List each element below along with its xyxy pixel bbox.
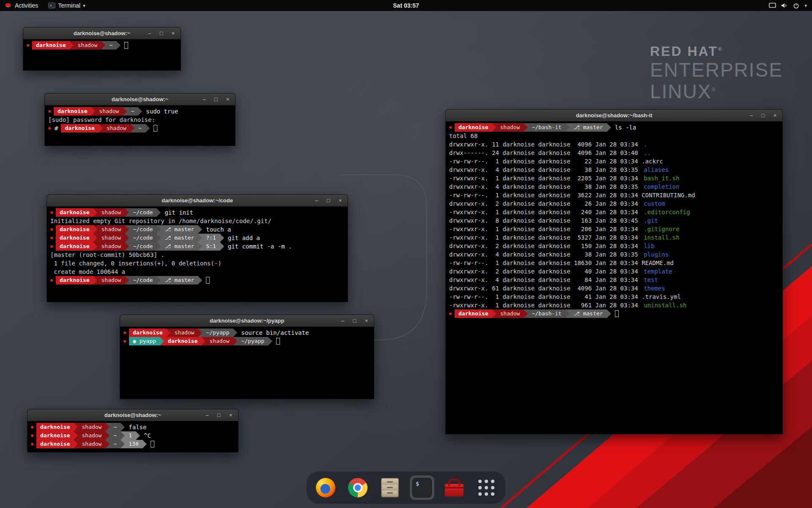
terminal-line: drwxrwxr-x. 2 darknoise darknoise 26 Jan… bbox=[447, 199, 781, 208]
powerline-separator bbox=[524, 123, 528, 132]
display-icon bbox=[769, 3, 776, 8]
powerline-separator bbox=[156, 276, 161, 284]
dock-terminal-icon[interactable]: $ bbox=[410, 475, 434, 500]
toolbox-icon bbox=[445, 484, 464, 497]
window-titlebar[interactable]: darknoise@shadow:~/bash-it – □ × bbox=[446, 110, 782, 121]
output-text: -rwxrwxr-x. 1 darknoise darknoise 5327 J… bbox=[447, 233, 642, 242]
terminal-line: ●darknoiseshadow~false bbox=[29, 423, 237, 431]
close-button[interactable]: × bbox=[772, 110, 778, 121]
activities-button[interactable]: Activities bbox=[0, 0, 43, 11]
maximize-button[interactable]: □ bbox=[213, 94, 219, 105]
output-text: drwxrwxr-x. 4 darknoise darknoise 84 Jan… bbox=[447, 276, 642, 284]
redhat-prompt-icon: ● bbox=[25, 41, 32, 50]
dock-files-icon[interactable] bbox=[378, 475, 402, 500]
terminal-line: drwxrwxr-x. 4 darknoise darknoise 38 Jan… bbox=[447, 250, 781, 259]
window-titlebar[interactable]: darknoise@shadow:~/code – □ × bbox=[47, 195, 348, 207]
minimize-button[interactable]: – bbox=[340, 315, 346, 326]
powerline-separator bbox=[93, 276, 97, 284]
terminal-line: drwxrwxr-x. 61 darknoise darknoise 4096 … bbox=[447, 284, 781, 293]
terminal-content[interactable]: ●darknoiseshadow~ bbox=[23, 39, 181, 51]
terminal-window-exitcodes[interactable]: darknoise@shadow:~ – □ × ●darknoiseshado… bbox=[27, 409, 239, 453]
app-menu-terminal[interactable]: >_ Terminal ▾ bbox=[43, 0, 90, 11]
powerline-separator bbox=[105, 431, 110, 440]
dock-appgrid-icon[interactable] bbox=[474, 475, 499, 500]
powerline-separator bbox=[524, 309, 528, 318]
powerline-separator bbox=[198, 276, 202, 284]
close-button[interactable]: × bbox=[225, 94, 230, 105]
minimize-button[interactable]: – bbox=[204, 410, 210, 421]
drawer-shape bbox=[382, 491, 398, 496]
terminal-window-pyapp[interactable]: darknoise@shadow:~/pyapp – □ × ●darknois… bbox=[120, 315, 374, 399]
powerline-separator bbox=[156, 234, 161, 242]
powerline-separator bbox=[198, 329, 202, 337]
terminal-content[interactable]: ●darknoiseshadow~sudo true[sudo] passwor… bbox=[45, 105, 235, 134]
powerline-separator bbox=[125, 242, 129, 251]
powerline-separator bbox=[121, 431, 125, 440]
prompt-segment-user: darknoise bbox=[56, 242, 93, 251]
window-titlebar[interactable]: darknoise@shadow:~ – □ × bbox=[45, 94, 235, 105]
dock-toolbox-icon[interactable] bbox=[442, 475, 466, 500]
system-status-menu[interactable]: ▾ bbox=[769, 0, 812, 11]
prompt-segment-host: shadow bbox=[103, 124, 130, 133]
terminal-window-code[interactable]: darknoise@shadow:~/code – □ × ●darknoise… bbox=[47, 194, 348, 302]
terminal-icon: $ bbox=[412, 478, 432, 497]
close-button[interactable]: × bbox=[364, 315, 369, 326]
dock-firefox-icon[interactable] bbox=[313, 475, 338, 500]
command-text: source bin/activate bbox=[237, 329, 309, 337]
minimize-button[interactable]: – bbox=[147, 28, 152, 39]
terminal-content[interactable]: ●darknoiseshadow~false●darknoiseshadow~1… bbox=[27, 421, 238, 450]
maximize-button[interactable]: □ bbox=[760, 110, 766, 121]
redhat-prompt-icon: ● bbox=[447, 123, 455, 132]
terminal-content[interactable]: ●darknoiseshadow~/codegit initInitialize… bbox=[47, 207, 348, 286]
terminal-line: [master (root-commit) 50bcb63] . bbox=[48, 251, 346, 259]
terminal-line: ●darknoiseshadow~/codegit init bbox=[48, 208, 346, 217]
prompt-segment-host: shadow bbox=[496, 309, 524, 318]
prompt-segment-path: ~/code bbox=[129, 208, 156, 217]
terminal-line: drwxrwxr-x. 4 darknoise darknoise 38 Jan… bbox=[447, 182, 781, 191]
prompt-segment-branch: ⎇ master bbox=[161, 234, 198, 242]
maximize-button[interactable]: □ bbox=[352, 315, 357, 326]
dock: $ bbox=[307, 472, 505, 504]
window-titlebar[interactable]: darknoise@shadow:~ – □ × bbox=[27, 409, 238, 421]
desktop: { "topbar": { "activities_label": "Activ… bbox=[0, 0, 812, 508]
clock[interactable]: Sat 03:57 bbox=[393, 2, 419, 9]
terminal-app-icon: >_ bbox=[48, 3, 55, 8]
prompt-segment-user: darknoise bbox=[54, 107, 91, 116]
close-button[interactable]: × bbox=[337, 195, 343, 206]
minimize-button[interactable]: – bbox=[749, 110, 754, 121]
directory-name: lib bbox=[642, 242, 654, 250]
terminal-line: ●darknoiseshadow~/pyappsource bin/activa… bbox=[121, 329, 373, 337]
terminal-window-sudo[interactable]: darknoise@shadow:~ – □ × ●darknoiseshado… bbox=[44, 93, 236, 146]
dock-chrome-icon[interactable] bbox=[346, 475, 370, 500]
terminal-line: -rw-rw-r--. 1 darknoise darknoise 41 Jan… bbox=[447, 293, 781, 301]
directory-name: template bbox=[642, 267, 672, 276]
maximize-button[interactable]: □ bbox=[326, 195, 331, 206]
terminal-line: -rw-rw-r--. 1 darknoise darknoise 18630 … bbox=[447, 259, 781, 267]
terminal-line: total 68 bbox=[447, 132, 781, 140]
redhat-prompt-icon: ● bbox=[46, 107, 54, 116]
maximize-button[interactable]: □ bbox=[159, 28, 164, 39]
terminal-content[interactable]: ●darknoiseshadow~/pyappsource bin/activa… bbox=[120, 327, 374, 347]
terminal-window-home-small[interactable]: darknoise@shadow:~ – □ × ●darknoiseshado… bbox=[23, 27, 181, 71]
prompt-segment-user: darknoise bbox=[56, 208, 93, 217]
branding-linux: LINUX® bbox=[650, 81, 783, 103]
directory-name: .git bbox=[642, 216, 658, 225]
prompt-segment-path: ~ bbox=[127, 107, 138, 116]
terminal-cursor bbox=[276, 338, 280, 345]
executable-name: install.sh bbox=[642, 233, 679, 242]
maximize-button[interactable]: □ bbox=[216, 410, 222, 421]
terminal-window-bash-it[interactable]: darknoise@shadow:~/bash-it – □ × ●darkno… bbox=[445, 109, 783, 434]
window-titlebar[interactable]: darknoise@shadow:~ – □ × bbox=[23, 28, 181, 39]
directory-name: . bbox=[642, 140, 647, 149]
window-titlebar[interactable]: darknoise@shadow:~/pyapp – □ × bbox=[120, 315, 374, 327]
close-button[interactable]: × bbox=[228, 410, 233, 421]
minimize-button[interactable]: – bbox=[314, 195, 319, 206]
branding-enterprise: ENTERPRISE bbox=[650, 59, 783, 81]
registered-mark: ® bbox=[711, 87, 716, 93]
terminal-content[interactable]: ●darknoiseshadow~/bash-it⎇ masterls -lat… bbox=[446, 121, 782, 320]
close-button[interactable]: × bbox=[170, 28, 176, 39]
prompt-segment-host: shadow bbox=[97, 234, 125, 242]
terminal-line: ●darknoiseshadow~/code⎇ master?:1git add… bbox=[48, 234, 346, 242]
minimize-button[interactable]: – bbox=[201, 94, 207, 105]
powerline-separator bbox=[125, 276, 129, 284]
